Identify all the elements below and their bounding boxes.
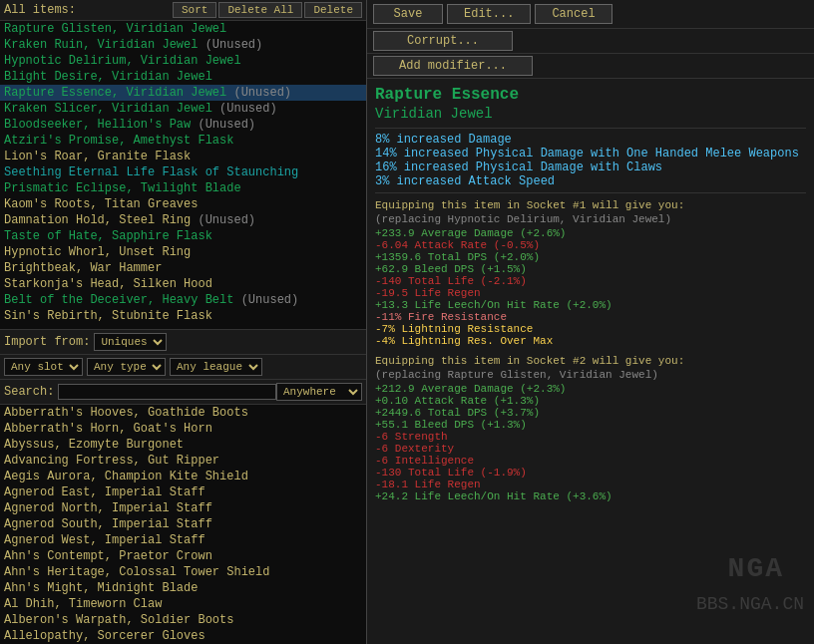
socket2-header: Equipping this item in Socket #2 will gi… [375, 355, 806, 367]
list-item[interactable]: Hypnotic Delirium, Viridian Jewel [0, 53, 366, 69]
list-item[interactable]: Ahn's Heritage, Colossal Tower Shield [0, 564, 366, 580]
add-modifier-row: Add modifier... [367, 54, 814, 79]
list-item[interactable]: Aegis Aurora, Champion Kite Shield [0, 469, 366, 484]
stat-line: -6.04 Attack Rate (-0.5%) [375, 239, 806, 251]
slot-select[interactable]: Any slot Head Chest Gloves Boots [4, 358, 83, 376]
mod-line: 3% increased Attack Speed [375, 174, 806, 188]
list-item[interactable]: Lion's Roar, Granite Flask [0, 149, 366, 164]
list-item[interactable]: Belt of the Deceiver, Heavy Belt (Unused… [0, 292, 366, 308]
stat-line: -11% Fire Resistance [375, 311, 806, 323]
list-item[interactable]: Agnerod East, Imperial Staff [0, 484, 366, 500]
mod-line: 16% increased Physical Damage with Claws [375, 161, 806, 174]
list-item[interactable]: Allelopathy, Sorcerer Gloves [0, 628, 366, 644]
list-item[interactable]: Al Dhih, Timeworn Claw [0, 596, 366, 612]
list-item[interactable]: Kraken Slicer, Viridian Jewel (Unused) [0, 101, 366, 117]
search-input[interactable] [58, 384, 276, 400]
corrupt-row: Corrupt... [367, 29, 814, 54]
list-item[interactable]: Rapture Glisten, Viridian Jewel [0, 21, 366, 37]
item-mods: 8% increased Damage14% increased Physica… [375, 128, 806, 193]
right-panel: Save Edit... Cancel Corrupt... Add modif… [367, 0, 814, 644]
list-item[interactable]: Brightbeak, War Hammer [0, 260, 366, 276]
search-label: Search: [4, 385, 54, 399]
list-item[interactable]: Kaom's Roots, Titan Greaves [0, 196, 366, 212]
list-item[interactable]: Agnerod West, Imperial Staff [0, 532, 366, 548]
add-modifier-button[interactable]: Add modifier... [373, 56, 533, 76]
all-items-header: All items: Sort Delete All Delete [0, 0, 366, 21]
stat-line: -6 Intelligence [375, 455, 806, 467]
search-row: Search: Anywhere Name only Mod only [0, 380, 366, 405]
list-item[interactable]: Atziri's Promise, Amethyst Flask [0, 133, 366, 149]
stat-line: +1359.6 Total DPS (+2.0%) [375, 251, 806, 263]
stat-line: +62.9 Bleed DPS (+1.5%) [375, 263, 806, 275]
stat-line: +24.2 Life Leech/On Hit Rate (+3.6%) [375, 490, 806, 502]
list-item[interactable]: Abyssus, Ezomyte Burgonet [0, 437, 366, 453]
import-row: Import from: Uniques Rares All [0, 330, 366, 355]
all-items-label: All items: [4, 3, 76, 17]
list-item[interactable]: Taste of Hate, Sapphire Flask [0, 228, 366, 244]
list-item[interactable]: Ahn's Contempt, Praetor Crown [0, 548, 366, 564]
anywhere-select[interactable]: Anywhere Name only Mod only [276, 383, 362, 401]
list-item[interactable]: Kraken Ruin, Viridian Jewel (Unused) [0, 37, 366, 53]
list-item[interactable]: Sin's Rebirth, Stubnite Flask [0, 308, 366, 324]
list-item[interactable]: Alberon's Warpath, Soldier Boots [0, 612, 366, 628]
stat-line: +55.1 Bleed DPS (+1.3%) [375, 419, 806, 431]
list-item[interactable]: Starkonja's Head, Silken Hood [0, 276, 366, 292]
list-item[interactable]: Hypnotic Whorl, Unset Ring [0, 244, 366, 260]
socket1-stats: +233.9 Average Damage (+2.6%)-6.04 Attac… [375, 227, 806, 347]
socket1-subheader: (replacing Hypnotic Delirium, Viridian J… [375, 213, 806, 225]
cancel-button[interactable]: Cancel [535, 4, 611, 24]
list-item[interactable]: Advancing Fortress, Gut Ripper [0, 453, 366, 469]
socket2-section: Equipping this item in Socket #2 will gi… [375, 355, 806, 502]
action-buttons-row1: Save Edit... Cancel [367, 0, 814, 29]
stat-line: -7% Lightning Resistance [375, 323, 806, 335]
mod-line: 14% increased Physical Damage with One H… [375, 147, 806, 161]
list-item[interactable]: Abberrath's Horn, Goat's Horn [0, 421, 366, 437]
results-list-container: Abberrath's Hooves, Goathide BootsAbberr… [0, 405, 366, 644]
stat-line: -18.1 Life Regen [375, 479, 806, 490]
socket1-section: Equipping this item in Socket #1 will gi… [375, 199, 806, 347]
left-panel: All items: Sort Delete All Delete Raptur… [0, 0, 367, 644]
stat-line: -130 Total Life (-1.9%) [375, 467, 806, 479]
stat-line: -6 Strength [375, 431, 806, 443]
stat-line: -140 Total Life (-2.1%) [375, 275, 806, 287]
stat-line: +13.3 Life Leech/On Hit Rate (+2.0%) [375, 299, 806, 311]
stat-line: -6 Dexterity [375, 443, 806, 455]
league-select[interactable]: Any league [170, 358, 262, 376]
list-item[interactable]: Rapture Essence, Viridian Jewel (Unused) [0, 85, 366, 101]
stat-line: -4% Lightning Res. Over Max [375, 335, 806, 347]
stat-line: +212.9 Average Damage (+2.3%) [375, 383, 806, 395]
stat-line: +0.10 Attack Rate (+1.3%) [375, 395, 806, 407]
stat-line: -19.5 Life Regen [375, 287, 806, 299]
item-name: Rapture Essence [375, 85, 806, 106]
item-list-container: Rapture Glisten, Viridian JewelKraken Ru… [0, 21, 366, 330]
save-button[interactable]: Save [373, 4, 443, 24]
list-item[interactable]: Seething Eternal Life Flask of Staunchin… [0, 164, 366, 180]
item-detail: Rapture Essence Viridian Jewel 8% increa… [367, 79, 814, 644]
delete-button[interactable]: Delete [304, 2, 362, 18]
sort-button[interactable]: Sort [173, 2, 216, 18]
socket2-stats: +212.9 Average Damage (+2.3%)+0.10 Attac… [375, 383, 806, 502]
stat-line: +2449.6 Total DPS (+3.7%) [375, 407, 806, 419]
stat-line: +233.9 Average Damage (+2.6%) [375, 227, 806, 239]
import-label: Import from: [4, 335, 90, 349]
list-item[interactable]: Prismatic Eclipse, Twilight Blade [0, 180, 366, 196]
list-item[interactable]: Abberrath's Hooves, Goathide Boots [0, 405, 366, 421]
mod-line: 8% increased Damage [375, 133, 806, 147]
list-item[interactable]: Agnerod South, Imperial Staff [0, 516, 366, 532]
list-item[interactable]: Ahn's Might, Midnight Blade [0, 580, 366, 596]
list-item[interactable]: Agnerod North, Imperial Staff [0, 500, 366, 516]
results-list: Abberrath's Hooves, Goathide BootsAbberr… [0, 405, 366, 644]
list-item[interactable]: Blight Desire, Viridian Jewel [0, 69, 366, 85]
edit-button[interactable]: Edit... [447, 4, 531, 24]
item-list: Rapture Glisten, Viridian JewelKraken Ru… [0, 21, 366, 324]
corrupt-button[interactable]: Corrupt... [373, 31, 513, 51]
delete-all-button[interactable]: Delete All [218, 2, 302, 18]
socket2-subheader: (replacing Rapture Glisten, Viridian Jew… [375, 369, 806, 381]
type-select[interactable]: Any type [87, 358, 166, 376]
list-item[interactable]: Bloodseeker, Hellion's Paw (Unused) [0, 117, 366, 133]
list-item[interactable]: Damnation Hold, Steel Ring (Unused) [0, 212, 366, 228]
import-select[interactable]: Uniques Rares All [94, 333, 167, 351]
socket1-header: Equipping this item in Socket #1 will gi… [375, 199, 806, 211]
filter-row: Any slot Head Chest Gloves Boots Any typ… [0, 355, 366, 380]
item-type: Viridian Jewel [375, 106, 806, 122]
